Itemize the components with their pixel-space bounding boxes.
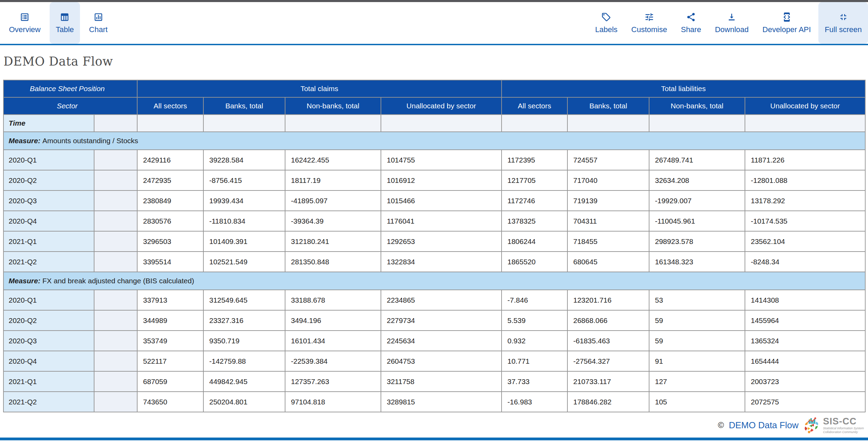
value-cell: 26868.066 (567, 310, 649, 331)
spacer-cell (94, 211, 137, 231)
table-icon (60, 12, 70, 22)
table-row: 2021-Q2743650250204.80197104.8183289815-… (3, 392, 865, 412)
value-cell: 724557 (567, 150, 649, 170)
table-button-label: Table (56, 25, 74, 34)
code-device-icon (782, 12, 792, 22)
value-cell: 53 (649, 290, 745, 310)
table-row: 2020-Q33537499350.71916101.43422456340.9… (3, 331, 865, 351)
table-row: 2021-Q1687059449842.945127357.2633211758… (3, 371, 865, 392)
spacer-cell (94, 331, 137, 351)
measure-row-label: Measure: FX and break adjusted change (B… (3, 272, 865, 290)
value-cell: -16.983 (502, 392, 567, 412)
time-cell: 2020-Q2 (3, 170, 94, 190)
value-cell: 3296503 (137, 231, 203, 252)
value-cell: 23327.316 (203, 310, 285, 331)
value-cell: 33188.678 (285, 290, 381, 310)
value-cell: -12801.088 (745, 170, 865, 190)
value-cell: 1014755 (381, 150, 502, 170)
value-cell: 102521.549 (203, 252, 285, 272)
copyright-symbol: © (718, 420, 724, 430)
value-cell: 1172395 (502, 150, 567, 170)
value-cell: -19929.007 (649, 190, 745, 211)
overview-list-icon (20, 12, 30, 22)
table-row: 2020-Q4522117-142759.88-22539.3842604753… (3, 351, 865, 371)
column-header: Non-banks, total (285, 97, 381, 115)
value-cell: 91 (649, 351, 745, 371)
value-cell: 16101.434 (285, 331, 381, 351)
full-screen-button[interactable]: Full screen (818, 2, 868, 44)
table-row: 2021-Q13296503101409.391312180.241129265… (3, 231, 865, 252)
value-cell: 123201.716 (567, 290, 649, 310)
page-title: DEMO Data Flow (3, 55, 868, 68)
value-cell: 250204.801 (203, 392, 285, 412)
table-row: 2020-Q1337913312549.64533188.6782234865-… (3, 290, 865, 310)
column-header: Banks, total (567, 97, 649, 115)
download-button[interactable]: Download (709, 2, 755, 44)
value-cell: -8248.34 (745, 252, 865, 272)
empty-cell (502, 115, 567, 132)
empty-cell (381, 115, 502, 132)
value-cell: 105 (649, 392, 745, 412)
value-cell: -8756.415 (203, 170, 285, 190)
time-cell: 2020-Q1 (3, 290, 94, 310)
tag-icon (601, 12, 611, 22)
value-cell: 178846.282 (567, 392, 649, 412)
value-cell: 13178.292 (745, 190, 865, 211)
value-cell: -10174.535 (745, 211, 865, 231)
value-cell: -110045.961 (649, 211, 745, 231)
siscc-logo: SIS-CC Statistical Information System Co… (803, 417, 864, 434)
dataflow-link[interactable]: DEMO Data Flow (729, 420, 798, 431)
value-cell: 1176041 (381, 211, 502, 231)
spacer-cell (94, 115, 137, 132)
time-cell: 2021-Q1 (3, 371, 94, 392)
value-cell: -41895.097 (285, 190, 381, 211)
value-cell: 2245634 (381, 331, 502, 351)
spacer-cell (94, 190, 137, 211)
value-cell: 161348.323 (649, 252, 745, 272)
labels-button[interactable]: Labels (589, 2, 624, 44)
value-cell: -142759.88 (203, 351, 285, 371)
chart-button[interactable]: Chart (83, 2, 114, 44)
toolbar-actions: Labels Customise Share Download Develope… (589, 2, 868, 44)
value-cell: 162422.455 (285, 150, 381, 170)
value-cell: 1172746 (502, 190, 567, 211)
siscc-logo-tagline2: Collaboration Community (823, 431, 864, 434)
time-cell: 2020-Q4 (3, 351, 94, 371)
spacer-cell (94, 351, 137, 371)
customise-button[interactable]: Customise (625, 2, 673, 44)
bottom-accent-bar (0, 438, 868, 440)
time-cell: 2020-Q2 (3, 310, 94, 331)
spacer-cell (94, 150, 137, 170)
value-cell: 2830576 (137, 211, 203, 231)
value-cell: 32634.208 (649, 170, 745, 190)
customise-button-label: Customise (631, 25, 667, 34)
value-cell: 449842.945 (203, 371, 285, 392)
table-button[interactable]: Table (50, 2, 80, 44)
column-header: Unallocated by sector (745, 97, 865, 115)
share-button[interactable]: Share (675, 2, 707, 44)
value-cell: 18117.19 (285, 170, 381, 190)
value-cell: 2429116 (137, 150, 203, 170)
value-cell: 3395514 (137, 252, 203, 272)
developer-api-button-label: Developer API (763, 25, 811, 34)
table-row: 2020-Q234498923327.3163494.19622797345.5… (3, 310, 865, 331)
value-cell: 9350.719 (203, 331, 285, 351)
value-cell: 1378325 (502, 211, 567, 231)
table-row: 2020-Q3238084919939.434-41895.0971015466… (3, 190, 865, 211)
share-icon (686, 12, 696, 22)
value-cell: 39228.584 (203, 150, 285, 170)
value-cell: 2472935 (137, 170, 203, 190)
empty-cell (649, 115, 745, 132)
value-cell: 59 (649, 310, 745, 331)
value-cell: 312180.241 (285, 231, 381, 252)
developer-api-button[interactable]: Developer API (756, 2, 817, 44)
table-body: Measure: Amounts outstanding / Stocks202… (3, 132, 865, 412)
empty-cell (137, 115, 203, 132)
empty-cell (745, 115, 865, 132)
time-cell: 2020-Q4 (3, 211, 94, 231)
column-header: All sectors (137, 97, 203, 115)
spacer-cell (94, 392, 137, 412)
siscc-logo-name: SIS-CC (823, 417, 864, 426)
value-cell: 97104.818 (285, 392, 381, 412)
overview-button[interactable]: Overview (3, 2, 47, 44)
